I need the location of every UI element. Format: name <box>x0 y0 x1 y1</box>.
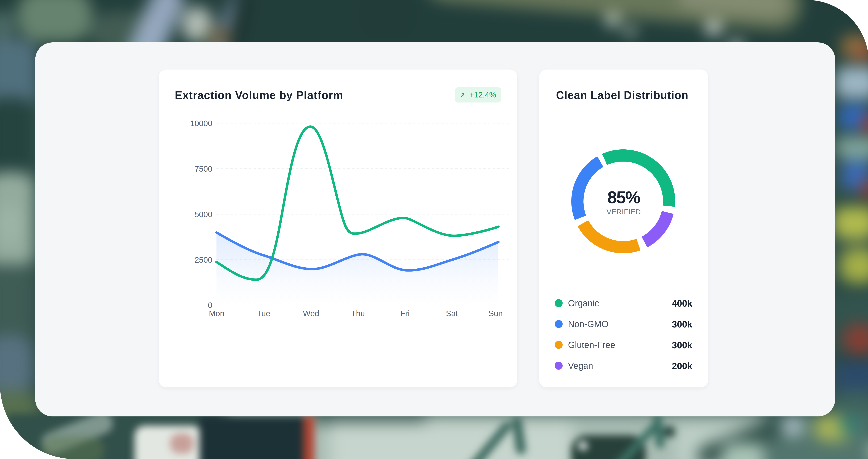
svg-text:5000: 5000 <box>195 210 212 219</box>
svg-text:0: 0 <box>208 301 212 310</box>
svg-text:7500: 7500 <box>195 164 212 173</box>
svg-text:10000: 10000 <box>190 119 212 128</box>
svg-text:Tue: Tue <box>257 309 270 318</box>
svg-text:Wed: Wed <box>303 309 319 318</box>
svg-text:Sat: Sat <box>446 309 458 318</box>
svg-text:Sun: Sun <box>489 309 503 318</box>
svg-text:Mon: Mon <box>209 309 224 318</box>
svg-text:Fri: Fri <box>400 309 410 318</box>
svg-text:Thu: Thu <box>351 309 365 318</box>
svg-text:2500: 2500 <box>195 255 212 264</box>
